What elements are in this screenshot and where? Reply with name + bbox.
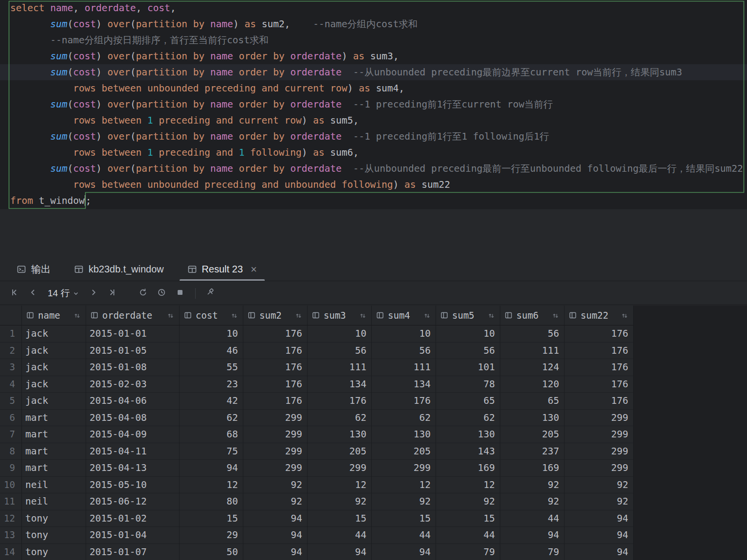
cell-sum5[interactable]: 92 [436,493,500,510]
code-line[interactable]: --name分组内按日期排序，首行至当前行cost求和 [0,32,747,48]
cell-name[interactable]: jack [22,393,86,410]
code-line[interactable]: sum(cost) over(partition by name order b… [0,48,747,64]
code-line[interactable]: sum(cost) over(partition by name order b… [0,161,747,177]
cell-sum4[interactable]: 62 [372,410,436,427]
cell-sum5[interactable]: 78 [436,376,500,393]
cell-cost[interactable]: 80 [180,493,243,510]
cell-cost[interactable]: 10 [180,325,243,343]
cell-sum3[interactable]: 130 [308,426,372,443]
cell-sum22[interactable]: 299 [565,443,634,460]
code-line[interactable]: rows between 1 preceding and 1 following… [0,145,747,161]
cell-sum22[interactable]: 94 [565,527,634,544]
column-header-sum3[interactable]: sum3 [308,306,372,325]
cell-sum6[interactable]: 111 [500,343,565,360]
row-number[interactable]: 12 [0,510,22,527]
cell-sum22[interactable]: 299 [565,410,634,427]
code-line[interactable]: sum(cost) over(partition by name order b… [0,64,747,80]
cell-sum3[interactable]: 111 [308,359,372,376]
sort-icon[interactable] [621,312,628,319]
cell-sum4[interactable]: 10 [372,325,436,343]
row-number[interactable]: 7 [0,426,22,443]
cell-sum6[interactable]: 65 [500,393,565,410]
cell-sum3[interactable]: 92 [308,493,372,510]
cell-sum2[interactable]: 92 [243,477,308,494]
cell-sum22[interactable]: 92 [565,493,634,510]
row-number[interactable]: 4 [0,376,22,393]
cell-sum5[interactable]: 79 [436,544,500,560]
row-number[interactable]: 11 [0,493,22,510]
cell-cost[interactable]: 55 [180,359,243,376]
code-line[interactable]: sum(cost) over(partition by name order b… [0,96,747,112]
column-header-sum2[interactable]: sum2 [243,306,308,325]
cell-orderdate[interactable]: 2015-04-06 [86,393,180,410]
column-header-sum4[interactable]: sum4 [372,306,436,325]
cell-sum22[interactable]: 176 [565,325,634,343]
cell-sum3[interactable]: 94 [308,544,372,560]
cell-sum2[interactable]: 176 [243,393,308,410]
cell-sum6[interactable]: 169 [500,460,565,477]
code-line[interactable]: select name, orderdate, cost, [0,0,747,16]
cell-sum4[interactable]: 15 [372,510,436,527]
cell-sum4[interactable]: 111 [372,359,436,376]
cell-sum4[interactable]: 44 [372,527,436,544]
column-header-sum22[interactable]: sum22 [565,306,634,325]
pin-tab-button[interactable] [203,286,219,301]
cell-orderdate[interactable]: 2015-01-01 [86,325,180,343]
cell-sum22[interactable]: 94 [565,510,634,527]
cell-name[interactable]: tony [22,510,86,527]
cell-sum22[interactable]: 176 [565,343,634,360]
cell-sum22[interactable]: 176 [565,393,634,410]
sql-editor[interactable]: select name, orderdate, cost, sum(cost) … [0,0,747,209]
cell-cost[interactable]: 23 [180,376,243,393]
cell-name[interactable]: jack [22,359,86,376]
column-header-name[interactable]: name [22,306,86,325]
cell-sum6[interactable]: 94 [500,527,565,544]
cell-sum6[interactable]: 56 [500,325,565,343]
cell-sum4[interactable]: 94 [372,544,436,560]
row-number[interactable]: 10 [0,477,22,494]
cell-cost[interactable]: 46 [180,343,243,360]
auto-refresh-button[interactable] [154,286,169,301]
cell-sum2[interactable]: 94 [243,527,308,544]
cell-orderdate[interactable]: 2015-02-03 [86,376,180,393]
column-header-cost[interactable]: cost [180,306,243,325]
cell-name[interactable]: mart [22,443,86,460]
cell-cost[interactable]: 15 [180,510,243,527]
cell-cost[interactable]: 12 [180,477,243,494]
row-number[interactable]: 14 [0,544,22,560]
cell-sum5[interactable]: 130 [436,426,500,443]
cell-sum6[interactable]: 237 [500,443,565,460]
cell-sum2[interactable]: 176 [243,325,308,343]
cell-name[interactable]: mart [22,426,86,443]
cell-sum3[interactable]: 12 [308,477,372,494]
row-number[interactable]: 9 [0,460,22,477]
cell-cost[interactable]: 29 [180,527,243,544]
cell-name[interactable]: tony [22,527,86,544]
last-page-button[interactable] [104,286,120,301]
first-page-button[interactable] [7,286,22,301]
cell-orderdate[interactable]: 2015-05-10 [86,477,180,494]
cell-sum5[interactable]: 65 [436,393,500,410]
cell-sum6[interactable]: 44 [500,510,565,527]
cell-name[interactable]: mart [22,460,86,477]
tab-kb23db-t-window[interactable]: kb23db.t_window [62,258,176,281]
cell-sum3[interactable]: 15 [308,510,372,527]
cell-sum4[interactable]: 130 [372,426,436,443]
cell-sum3[interactable]: 56 [308,343,372,360]
cell-cost[interactable]: 68 [180,426,243,443]
cell-sum5[interactable]: 44 [436,527,500,544]
cell-sum5[interactable]: 143 [436,443,500,460]
cell-sum3[interactable]: 176 [308,393,372,410]
cell-sum4[interactable]: 134 [372,376,436,393]
cell-sum5[interactable]: 56 [436,343,500,360]
cell-sum22[interactable]: 176 [565,376,634,393]
cell-name[interactable]: neil [22,477,86,494]
next-page-button[interactable] [86,286,101,301]
row-number[interactable]: 2 [0,343,22,360]
cell-sum4[interactable]: 176 [372,393,436,410]
cell-sum5[interactable]: 101 [436,359,500,376]
cell-orderdate[interactable]: 2015-04-11 [86,443,180,460]
column-header-sum5[interactable]: sum5 [436,306,500,325]
cell-sum6[interactable]: 79 [500,544,565,560]
sort-icon[interactable] [167,312,174,319]
